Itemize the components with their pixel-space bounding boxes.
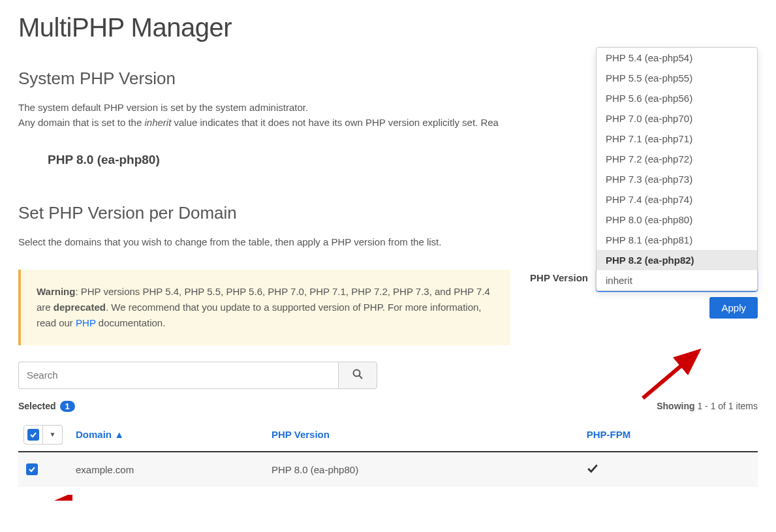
php-doc-link[interactable]: PHP <box>76 317 96 328</box>
per-domain-section: Set PHP Version per Domain Select the do… <box>18 203 758 488</box>
column-header-php-fpm[interactable]: PHP-FPM <box>582 418 758 452</box>
caret-down-icon: ▼ <box>50 431 56 438</box>
checkbox-checked-icon <box>27 429 39 441</box>
page-title: MultiPHP Manager <box>18 13 758 42</box>
domain-table: ▼ Domain ▲ PHP Version PHP-FPM example.c… <box>18 418 758 488</box>
php-version-label: PHP Version <box>530 270 588 283</box>
svg-line-1 <box>360 376 363 379</box>
dropdown-option[interactable]: inherit <box>597 270 757 290</box>
dropdown-option[interactable]: PHP 8.1 (ea-php81) <box>597 230 757 250</box>
dropdown-option[interactable]: PHP 8.2 (ea-php82) <box>597 250 757 270</box>
table-row: example.com PHP 8.0 (ea-php80) <box>18 452 758 488</box>
search-button[interactable] <box>338 362 377 389</box>
dropdown-option[interactable]: PHP 7.3 (ea-php73) <box>597 169 757 189</box>
row-checkbox[interactable] <box>26 463 38 475</box>
sort-asc-icon: ▲ <box>114 429 124 440</box>
dropdown-option[interactable]: PHP 7.2 (ea-php72) <box>597 149 757 169</box>
apply-button[interactable]: Apply <box>709 297 758 319</box>
column-header-domain[interactable]: Domain ▲ <box>70 418 266 452</box>
dropdown-option[interactable]: PHP 7.0 (ea-php70) <box>597 108 757 129</box>
row-domain: example.com <box>70 452 266 488</box>
dropdown-option[interactable]: PHP 7.4 (ea-php74) <box>597 189 757 210</box>
dropdown-option[interactable]: PHP 8.0 (ea-php80) <box>597 210 757 230</box>
svg-line-2 <box>643 351 698 398</box>
dropdown-option[interactable]: PHP 5.6 (ea-php56) <box>597 88 757 108</box>
column-header-php-version[interactable]: PHP Version <box>266 418 582 452</box>
deprecation-warning: Warning: PHP versions PHP 5.4, PHP 5.5, … <box>18 270 510 345</box>
selected-badge: 1 <box>60 401 75 412</box>
row-php-version: PHP 8.0 (ea-php80) <box>266 452 582 488</box>
annotation-arrow <box>42 495 127 501</box>
search-input[interactable] <box>18 362 338 389</box>
selected-count: Selected 1 <box>18 401 75 412</box>
select-all-dropdown[interactable]: ▼ <box>43 425 63 445</box>
php-version-dropdown[interactable]: PHP 5.4 (ea-php54)PHP 5.5 (ea-php55)PHP … <box>596 47 758 291</box>
row-php-fpm <box>582 452 758 488</box>
search-icon <box>352 369 363 381</box>
dropdown-option[interactable]: PHP 7.1 (ea-php71) <box>597 129 757 149</box>
svg-point-0 <box>354 370 360 377</box>
select-all-checkbox[interactable] <box>23 425 43 445</box>
check-icon <box>587 465 598 477</box>
dropdown-option[interactable]: PHP 5.4 (ea-php54) <box>597 48 757 68</box>
dropdown-option[interactable]: PHP 5.5 (ea-php55) <box>597 68 757 88</box>
annotation-arrow <box>636 346 708 405</box>
